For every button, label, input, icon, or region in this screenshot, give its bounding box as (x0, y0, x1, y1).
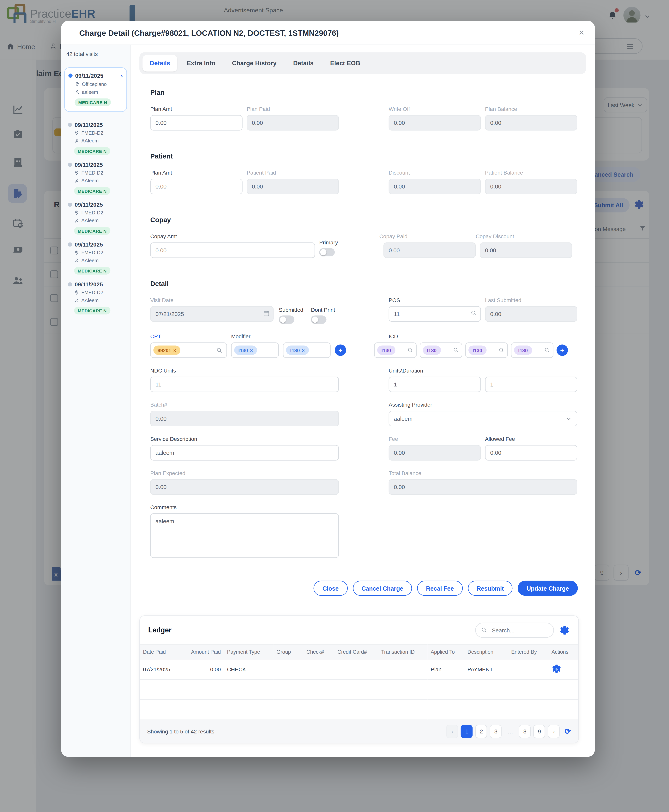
duration-input[interactable] (485, 377, 577, 392)
plan-amt-input[interactable] (150, 115, 242, 131)
person-icon (74, 298, 79, 303)
chip-remove-icon[interactable]: × (302, 347, 305, 353)
modal-title: Charge Detail (Charge#98021, LOCATION N2… (79, 28, 339, 37)
close-button[interactable]: Close (314, 581, 348, 596)
visit-date: 09/11/2025 (74, 161, 126, 168)
tab-elect-eob[interactable]: Elect EOB (323, 55, 367, 72)
svg-text:$: $ (556, 667, 558, 671)
visit-item[interactable]: 09/11/2025 FMED-D2 AAleem MEDICARE N (61, 116, 130, 156)
field-label: Plan Expected (150, 470, 339, 476)
page-8-button[interactable]: 8 (519, 725, 531, 738)
visit-item[interactable]: 09/11/2025 FMED-D2 AAleem MEDICARE N (61, 236, 130, 275)
submitted-toggle[interactable] (279, 315, 294, 324)
tab-charge-history[interactable]: Charge History (225, 55, 284, 72)
location-pin-icon (74, 170, 79, 175)
insurance-badge: MEDICARE N (74, 187, 110, 195)
resubmit-button[interactable]: Resubmit (468, 581, 513, 596)
ledger-search[interactable] (475, 623, 554, 638)
icd-input-3[interactable]: I130 (466, 342, 508, 358)
next-page-button[interactable]: › (548, 725, 560, 738)
primary-label: Primary (319, 239, 347, 246)
total-visits-label: 42 total visits (61, 45, 130, 63)
visit-item[interactable]: 09/11/2025 FMED-D2 AAleem MEDICARE N (61, 156, 130, 196)
refresh-icon[interactable]: ⟳ (565, 727, 571, 736)
page: PracticeEHR Simplifying H Advertisement … (0, 0, 669, 812)
dont-print-label: Dont Print (311, 307, 340, 313)
search-icon[interactable] (471, 310, 477, 317)
tab-details-2[interactable]: Details (286, 55, 321, 72)
icd-input-1[interactable]: I130 (374, 342, 417, 358)
visit-date: 09/11/2025 (74, 241, 126, 248)
modifier-input-2[interactable]: I130× (283, 342, 331, 358)
visit-provider: AAleem (81, 178, 99, 183)
search-icon[interactable] (407, 347, 414, 353)
visit-item[interactable]: 09/11/2025 FMED-D2 AAleem MEDICARE N (61, 196, 130, 236)
ledger-row[interactable]: 07/21/2025 0.00 CHECK Plan PAYMENT (140, 659, 578, 679)
ledger-gear-icon[interactable] (559, 625, 570, 636)
search-icon[interactable] (453, 347, 459, 353)
search-icon[interactable] (216, 347, 223, 354)
field-label: Comments (150, 504, 339, 510)
field-label-cpt: CPT (150, 333, 227, 339)
tab-extra-info[interactable]: Extra Info (180, 55, 223, 72)
primary-toggle[interactable] (319, 248, 335, 257)
col-header: Date Paid (140, 644, 182, 659)
ledger-card: Ledger (140, 616, 579, 743)
modifier-chip: I130× (234, 346, 257, 355)
search-icon[interactable] (544, 347, 550, 353)
close-icon[interactable]: ✕ (578, 29, 584, 37)
patient-plan-amt-input[interactable] (150, 179, 242, 194)
col-header: Entered By (508, 644, 548, 659)
col-header: Group (273, 644, 303, 659)
ledger-title: Ledger (148, 626, 172, 634)
payment-gear-icon[interactable]: $ (551, 664, 562, 674)
assisting-provider-select[interactable]: aaleem (389, 411, 577, 426)
add-icd-button[interactable]: + (556, 344, 568, 356)
person-icon (74, 89, 80, 95)
icd-input-2[interactable]: I130 (420, 342, 462, 358)
chip-remove-icon[interactable]: × (173, 347, 176, 353)
cancel-charge-button[interactable]: Cancel Charge (353, 581, 412, 596)
plan-expected-input (150, 479, 339, 495)
ledger-search-input[interactable] (491, 627, 545, 634)
page-2-button[interactable]: 2 (476, 725, 487, 738)
section-title-detail: Detail (150, 280, 568, 288)
visit-provider: AAleem (81, 297, 99, 303)
icd-input-4[interactable]: I130 (511, 342, 553, 358)
page-3-button[interactable]: 3 (490, 725, 502, 738)
patient-balance-input (485, 179, 577, 194)
chevron-right-icon[interactable]: › (121, 72, 123, 79)
ledger-footer: Showing 1 to 5 of 42 results ‹ 1 2 3 … 8… (140, 720, 578, 743)
copay-amt-input[interactable] (150, 242, 315, 258)
pos-input[interactable] (389, 306, 481, 322)
add-modifier-button[interactable]: + (335, 344, 346, 356)
dot-icon (68, 242, 72, 247)
units-input[interactable] (389, 377, 481, 392)
chip-remove-icon[interactable]: × (250, 347, 253, 353)
service-description-input[interactable] (150, 445, 339, 460)
cpt-input[interactable]: 99201× (150, 342, 227, 358)
dot-icon (68, 163, 72, 167)
cell-date-paid: 07/21/2025 (140, 659, 182, 679)
allowed-fee-input[interactable] (485, 445, 577, 460)
recal-fee-button[interactable]: Recal Fee (417, 581, 463, 596)
cell-applied-to: Plan (428, 659, 464, 679)
dont-print-toggle[interactable] (311, 315, 326, 324)
tab-details[interactable]: Details (143, 55, 177, 72)
field-label-modifier: Modifier (231, 333, 339, 339)
comments-textarea[interactable]: aaleem (150, 513, 339, 558)
page-1-button[interactable]: 1 (461, 725, 473, 738)
field-label: Patient Balance (485, 169, 577, 176)
location-pin-icon (74, 130, 79, 136)
prev-page-button[interactable]: ‹ (446, 725, 458, 738)
cell-credit-card (334, 659, 378, 679)
modifier-input-1[interactable]: I130× (231, 342, 279, 358)
update-charge-button[interactable]: Update Charge (518, 581, 578, 596)
cell-description: PAYMENT (464, 659, 508, 679)
ndc-units-input[interactable] (150, 377, 339, 392)
page-9-button[interactable]: 9 (533, 725, 546, 738)
visit-card-active[interactable]: 09/11/2025 › Officeplano aaleem MEDICARE… (64, 67, 127, 112)
visit-item[interactable]: 09/11/2025 FMED-D2 AAleem MEDICARE N (61, 275, 130, 315)
visit-provider: AAleem (81, 218, 99, 223)
search-icon[interactable] (498, 347, 505, 353)
